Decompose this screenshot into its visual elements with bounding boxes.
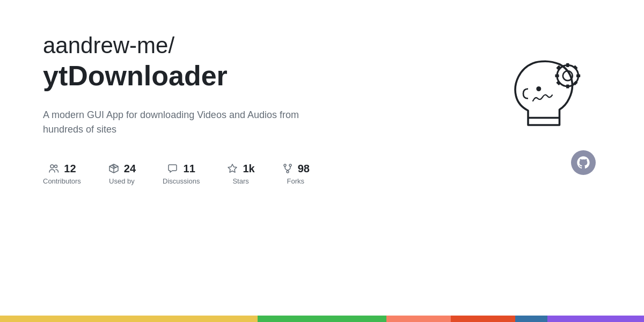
brain-gear-icon: [499, 43, 596, 140]
main-content: aandrew-me/ ytDownloader A modern GUI Ap…: [0, 0, 644, 185]
forks-label: Forks: [287, 177, 305, 185]
svg-point-0: [50, 165, 54, 168]
github-icon[interactable]: [571, 150, 596, 175]
svg-point-4: [287, 171, 289, 173]
bar-green: [258, 316, 386, 322]
contributors-icon: [48, 163, 60, 174]
stat-stars[interactable]: 1k Stars: [226, 163, 254, 185]
stat-contributors-top: 12: [48, 163, 76, 175]
forks-number: 98: [298, 163, 310, 175]
repo-owner[interactable]: aandrew-me/: [43, 32, 419, 59]
bar-orange-red: [386, 316, 451, 322]
repo-name[interactable]: ytDownloader: [43, 59, 419, 92]
bar-purple: [547, 316, 644, 322]
svg-rect-11: [576, 75, 580, 77]
discussions-icon: [167, 163, 179, 174]
contributors-label: Contributors: [43, 177, 81, 185]
svg-point-16: [536, 86, 541, 91]
contributors-number: 12: [64, 163, 76, 175]
left-section: aandrew-me/ ytDownloader A modern GUI Ap…: [43, 32, 419, 185]
stat-forks-top: 98: [282, 163, 310, 175]
stars-icon: [226, 163, 238, 174]
right-section: [494, 32, 601, 175]
stat-used-by-top: 24: [108, 163, 136, 175]
stat-contributors[interactable]: 12 Contributors: [43, 163, 81, 185]
svg-rect-14: [556, 80, 561, 85]
stat-discussions-top: 11: [167, 163, 195, 175]
stars-label: Stars: [232, 177, 248, 185]
discussions-number: 11: [184, 163, 195, 175]
stats-row: 12 Contributors 24: [43, 163, 419, 185]
repo-description: A modern GUI App for downloading Videos …: [43, 108, 322, 137]
svg-rect-9: [566, 84, 569, 88]
svg-point-1: [55, 165, 57, 168]
used-by-label: Used by: [109, 177, 135, 185]
stat-forks[interactable]: 98 Forks: [282, 163, 310, 185]
bar-yellow: [0, 316, 258, 322]
stat-stars-top: 1k: [226, 163, 254, 175]
bar-blue: [515, 316, 547, 322]
discussions-label: Discussions: [163, 177, 200, 185]
used-by-number: 24: [124, 163, 136, 175]
package-icon: [108, 163, 120, 174]
stat-discussions[interactable]: 11 Discussions: [163, 163, 200, 185]
bar-red: [451, 316, 515, 322]
bottom-language-bar: [0, 316, 644, 322]
svg-rect-8: [566, 63, 569, 67]
stat-used-by[interactable]: 24 Used by: [108, 163, 136, 185]
forks-icon: [282, 163, 294, 174]
stars-number: 1k: [243, 163, 254, 175]
svg-rect-10: [555, 75, 559, 77]
